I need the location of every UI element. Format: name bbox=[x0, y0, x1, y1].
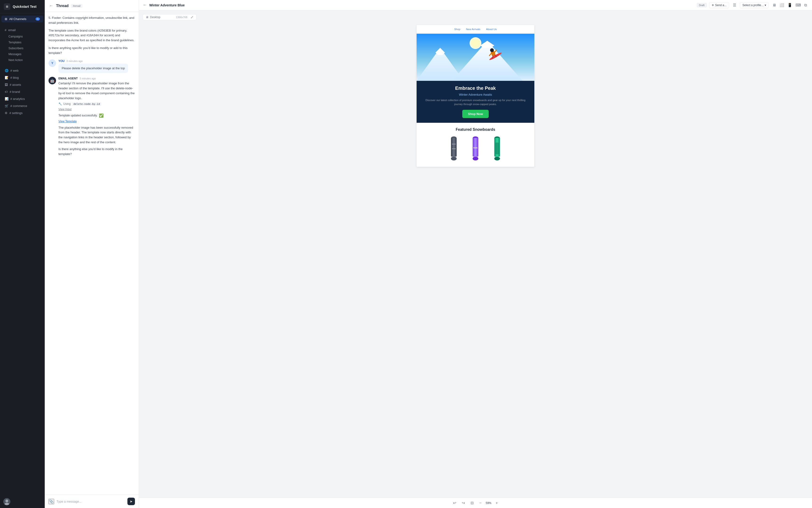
email-toolbar: ← Winter Adventure Blue Draft ✈ Send a..… bbox=[139, 0, 812, 10]
sidebar-sub-messages[interactable]: Messages bbox=[1, 51, 43, 57]
user-sender-label: YOU bbox=[58, 59, 64, 63]
message-input[interactable] bbox=[56, 500, 125, 503]
agent-avatar-msg: 🤖 bbox=[48, 77, 56, 84]
sidebar-sub-campaigns[interactable]: Campaigns bbox=[1, 34, 43, 39]
sidebar-item-analytics[interactable]: 📊 # analytics bbox=[1, 95, 43, 102]
user-message-meta: YOU 3 minutes ago bbox=[58, 59, 128, 63]
product-card-3 bbox=[488, 135, 506, 162]
grid-view-button[interactable]: ⊟ bbox=[469, 500, 475, 506]
device-buttons: 🖥 ⬜ 📱 ⌨ ⧉ bbox=[771, 2, 808, 8]
desktop-view-button[interactable]: 🖥 bbox=[771, 2, 778, 8]
user-avatar-section bbox=[0, 495, 45, 508]
sidebar-item-blog[interactable]: 📝 # blog bbox=[1, 74, 43, 81]
product-card-1 bbox=[444, 135, 463, 162]
nav-new-arrivals[interactable]: New Arrivals bbox=[466, 28, 481, 31]
globe-icon: 🌐 bbox=[5, 69, 8, 72]
send-button-toolbar[interactable]: ✈ Send a... bbox=[709, 2, 729, 8]
sidebar-item-commerce[interactable]: 🛒 # commerce bbox=[1, 102, 43, 109]
nav-shop[interactable]: Shop bbox=[454, 28, 460, 31]
featured-section: Featured Snowboards bbox=[417, 123, 534, 167]
thread-back-button[interactable]: ← bbox=[48, 3, 54, 9]
email-panel: ← Winter Adventure Blue Draft ✈ Send a..… bbox=[139, 0, 812, 508]
sidebar-logo: ⊞ bbox=[4, 3, 10, 10]
nav-about-us[interactable]: About Us bbox=[486, 28, 497, 31]
expand-button[interactable]: ⤢ bbox=[189, 15, 193, 19]
message-block-agent-response: 🤖 EMAIL AGENT 3 minutes ago Certainly! I… bbox=[48, 77, 135, 157]
hero-subtitle: Winter Adventure Awaits bbox=[421, 93, 530, 96]
shop-now-button[interactable]: Shop Now bbox=[462, 110, 489, 118]
thread-panel: ← Thread #email 5. Footer: Contains copy… bbox=[45, 0, 139, 508]
attach-button[interactable]: 📎 bbox=[48, 499, 54, 504]
view-input-link[interactable]: View Input bbox=[58, 108, 72, 111]
svg-point-1 bbox=[4, 503, 9, 505]
assets-icon: 🖼 bbox=[5, 83, 8, 86]
message-text-brand: The template uses the brand colors (#256… bbox=[48, 28, 135, 43]
send-icon: ✈ bbox=[712, 4, 714, 7]
email-preview-content: Shop New Arrivals About Us bbox=[417, 25, 534, 167]
hero-desc: Discover our latest collection of premiu… bbox=[421, 98, 530, 106]
undo-button[interactable]: ↩ bbox=[452, 500, 458, 506]
user-avatar[interactable] bbox=[3, 498, 10, 505]
message-text-modify: Is there anything specific you'd like to… bbox=[48, 46, 135, 56]
sidebar-item-web[interactable]: 🌐 # web bbox=[1, 67, 43, 74]
tablet-view-button[interactable]: ⬜ bbox=[778, 2, 785, 8]
user-message-bubble: Please delete the placeholder image at t… bbox=[58, 64, 128, 73]
thread-input-area: 📎 ➤ bbox=[45, 495, 139, 508]
message-block-agent-intro: 5. Footer: Contains copyright informatio… bbox=[48, 15, 135, 56]
sidebar-item-email[interactable]: # email bbox=[1, 27, 43, 34]
tool-use-indicator: 🔧 Using delete-node-by-id bbox=[58, 102, 135, 106]
zoom-out-button[interactable]: − bbox=[478, 500, 483, 506]
product-card-2: RIDE bbox=[466, 135, 485, 162]
sidebar-email-section: # email Campaigns Templates Subscribers … bbox=[0, 25, 45, 65]
hero-content: Embrace the Peak Winter Adventure Awaits… bbox=[417, 81, 534, 123]
sidebar-sub-next-action[interactable]: Next Action bbox=[1, 57, 43, 63]
email-title: Winter Adventure Blue bbox=[149, 3, 694, 7]
hero-svg bbox=[417, 34, 534, 81]
agent-message-row: 🤖 EMAIL AGENT 3 minutes ago Certainly! I… bbox=[48, 77, 135, 157]
agent-message-text-2: The placeholder image has been successfu… bbox=[58, 125, 135, 145]
chevron-down-icon: ▾ bbox=[765, 4, 766, 7]
snowboard-svg-1 bbox=[444, 135, 463, 161]
sidebar-item-all-channels[interactable]: ⊞ All Channels 1 bbox=[1, 15, 43, 23]
mobile-view-button[interactable]: 📱 bbox=[786, 2, 794, 8]
email-canvas: 🖥 Desktop 1366x768 ⤢ Shop New Arrivals A… bbox=[139, 10, 812, 498]
agent-message-text-3: Is there anything else you'd like to mod… bbox=[58, 147, 135, 157]
sidebar-item-assets[interactable]: 🖼 # assets bbox=[1, 81, 43, 88]
monitor-icon: 🖥 bbox=[146, 15, 149, 19]
profile-select[interactable]: Select a profile... ▾ bbox=[740, 2, 769, 8]
blog-icon: 📝 bbox=[5, 76, 8, 79]
user-message-content: YOU 3 minutes ago Please delete the plac… bbox=[58, 59, 128, 73]
svg-rect-20 bbox=[452, 149, 456, 149]
svg-point-18 bbox=[451, 157, 457, 161]
brand-icon: 🏷 bbox=[5, 90, 8, 93]
sidebar-channels-section: 🌐 # web 📝 # blog 🖼 # assets 🏷 # brand 📊 … bbox=[0, 65, 45, 119]
user-message-row: Y YOU 3 minutes ago Please delete the pl… bbox=[48, 59, 135, 73]
email-bottom-toolbar: ↩ ↪ ⊟ − 59% + bbox=[139, 498, 812, 508]
app-title: Quickstart Test bbox=[13, 5, 37, 8]
code-view-button[interactable]: ⌨ bbox=[794, 2, 802, 8]
zoom-level: 59% bbox=[486, 501, 491, 505]
menu-button[interactable]: ☰ bbox=[731, 2, 737, 8]
user-message-text: Please delete the placeholder image at t… bbox=[62, 66, 125, 71]
analytics-icon: 📊 bbox=[5, 97, 8, 100]
copy-button[interactable]: ⧉ bbox=[803, 2, 808, 8]
svg-point-4 bbox=[471, 38, 480, 48]
wrench-icon: 🔧 bbox=[58, 102, 62, 105]
profile-label: Select a profile... bbox=[742, 4, 764, 7]
send-button[interactable]: ➤ bbox=[127, 498, 135, 505]
sidebar-sub-subscribers[interactable]: Subscribers bbox=[1, 45, 43, 51]
agent-message-content: EMAIL AGENT 3 minutes ago Certainly! I'l… bbox=[58, 77, 135, 157]
success-text: Template updated successfully. bbox=[58, 114, 97, 117]
tool-use-label: Using bbox=[63, 102, 71, 105]
agent-sender-label: EMAIL AGENT bbox=[58, 77, 78, 80]
zoom-in-button[interactable]: + bbox=[494, 500, 499, 506]
sidebar-sub-templates[interactable]: Templates bbox=[1, 40, 43, 45]
success-line: Template updated successfully. ✅ bbox=[58, 113, 135, 118]
svg-rect-28 bbox=[495, 142, 499, 154]
redo-button[interactable]: ↪ bbox=[460, 500, 466, 506]
view-template-link[interactable]: View Template bbox=[58, 120, 77, 123]
message-block-user: Y YOU 3 minutes ago Please delete the pl… bbox=[48, 59, 135, 73]
email-back-button[interactable]: ← bbox=[143, 3, 147, 7]
sidebar-item-settings[interactable]: ⚙ # settings bbox=[1, 110, 43, 116]
sidebar-item-brand[interactable]: 🏷 # brand bbox=[1, 88, 43, 95]
